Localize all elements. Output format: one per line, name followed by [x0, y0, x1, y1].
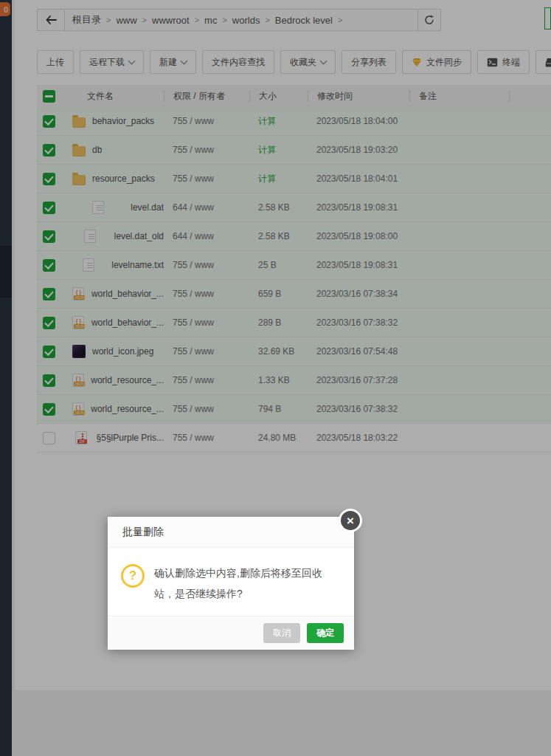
- dialog-message: 确认删除选中内容,删除后将移至回收站，是否继续操作?: [154, 563, 339, 604]
- question-icon: ?: [121, 564, 145, 588]
- batch-delete-dialog: × 批量删除 ? 确认删除选中内容,删除后将移至回收站，是否继续操作? 取消 确…: [108, 517, 354, 650]
- close-icon[interactable]: ×: [339, 509, 362, 532]
- confirm-button[interactable]: 确定: [307, 623, 344, 643]
- dialog-title: 批量删除: [108, 517, 354, 548]
- cancel-button[interactable]: 取消: [263, 623, 300, 643]
